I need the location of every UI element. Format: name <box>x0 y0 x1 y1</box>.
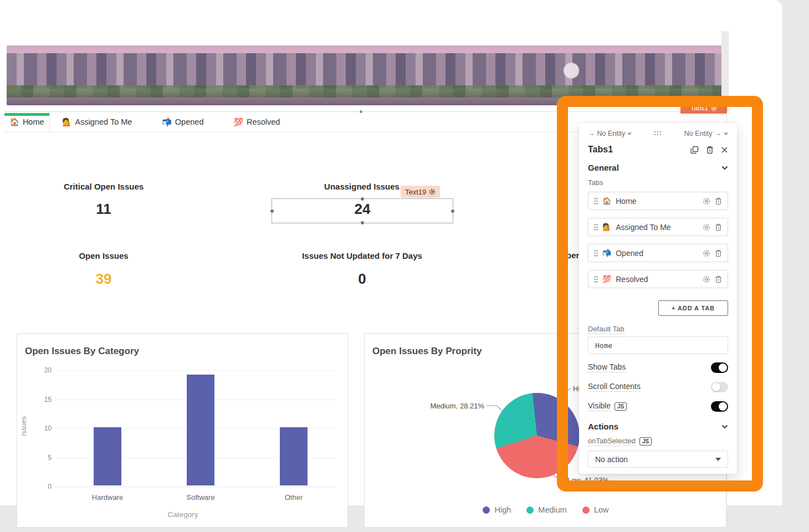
copy-icon[interactable] <box>690 146 699 154</box>
entity-explorer-icon[interactable] <box>654 131 662 136</box>
widget-name: Tabs1 <box>690 104 708 112</box>
selected-widget-name-badge[interactable]: Text19 <box>401 186 440 198</box>
pane-tab-row-resolved[interactable]: 💯 Resolved <box>588 270 728 288</box>
tab-label: Opened <box>175 117 204 126</box>
legend-item-low[interactable]: Low <box>582 505 609 514</box>
tab-assigned-to-me[interactable]: 💁 Assigned To Me <box>50 112 150 132</box>
person-icon: 💁 <box>602 223 611 231</box>
visible-label: Visible <box>588 401 611 411</box>
x-tick: Other <box>263 493 324 502</box>
stat-unassigned-issues-value: 24 <box>272 201 453 218</box>
tab-resolved[interactable]: 💯 Resolved <box>221 112 298 132</box>
property-pane: → No Entity No Entity → Tabs1 General Ta… <box>579 123 737 474</box>
on-tab-selected-label: onTabSelected <box>588 437 636 446</box>
drag-handle-icon[interactable] <box>594 276 598 283</box>
legend-dot <box>526 507 534 514</box>
stat-open-issues-label: Open Issues <box>34 251 173 260</box>
x-tick: Software <box>170 493 231 502</box>
drag-handle-icon[interactable] <box>594 250 598 257</box>
person-icon: 💁 <box>62 117 71 126</box>
show-tabs-toggle[interactable] <box>711 362 728 373</box>
home-icon: 🏠 <box>9 117 19 126</box>
default-tab-input[interactable]: Home <box>588 336 728 354</box>
tabs1-widget-name-badge[interactable]: Tabs1 <box>680 103 727 114</box>
caret-down-icon <box>715 458 721 461</box>
y-tick: 15 <box>33 396 52 403</box>
y-tick: 5 <box>33 454 52 462</box>
mailbox-icon: 📬 <box>162 117 171 126</box>
city-skyline-banner-image <box>7 45 721 105</box>
tab-row-label: Resolved <box>616 275 698 284</box>
x-axis-title: Category <box>17 510 349 519</box>
x-tick: Hardware <box>77 493 138 502</box>
tab-row-label: Home <box>616 197 698 206</box>
delete-icon[interactable] <box>706 146 714 154</box>
gear-icon[interactable] <box>703 249 710 257</box>
y-axis-title: Issues <box>20 387 28 465</box>
hundred-points-icon: 💯 <box>602 275 611 283</box>
y-tick: 10 <box>33 424 52 432</box>
bar-other[interactable] <box>280 427 308 485</box>
on-tab-selected-action-select[interactable]: No action <box>588 451 728 468</box>
section-actions[interactable]: Actions <box>588 422 728 431</box>
pie[interactable] <box>494 393 580 478</box>
selected-widget-name: Text19 <box>405 188 426 196</box>
drag-handle-icon[interactable] <box>594 198 598 204</box>
delete-icon[interactable] <box>715 249 722 257</box>
delete-icon[interactable] <box>715 197 722 205</box>
js-toggle-badge[interactable]: JS <box>639 437 652 446</box>
pane-tab-row-opened[interactable]: 📬 Opened <box>588 244 728 262</box>
chevron-down-icon <box>627 132 632 135</box>
tabs-property-label: Tabs <box>588 178 728 187</box>
delete-icon[interactable] <box>715 275 722 283</box>
drag-handle-icon[interactable] <box>594 224 598 231</box>
resize-handle-bottom[interactable] <box>360 221 365 225</box>
pane-tab-row-assigned-to-me[interactable]: 💁 Assigned To Me <box>588 218 728 236</box>
widget-name-title[interactable]: Tabs1 <box>588 145 690 155</box>
legend-dot <box>483 507 490 514</box>
gear-icon[interactable] <box>711 105 717 111</box>
tab-row-label: Assigned To Me <box>616 223 698 232</box>
prev-entity-button[interactable]: → No Entity <box>588 130 632 137</box>
legend-item-high[interactable]: High <box>483 505 511 514</box>
legend-label: High <box>494 505 511 514</box>
visible-toggle[interactable] <box>711 401 728 412</box>
bar-hardware[interactable] <box>94 427 121 485</box>
tab-opened[interactable]: 📬 Opened <box>150 112 221 132</box>
stat-critical-open-issues-label: Critical Open Issues <box>34 182 173 191</box>
pane-tab-row-home[interactable]: 🏠 Home <box>588 192 728 210</box>
stat-critical-open-issues-value: 11 <box>34 201 173 218</box>
chevron-down-icon <box>724 132 728 135</box>
pie-label-low: Low, 41.03% <box>567 476 608 484</box>
close-icon[interactable] <box>721 146 728 154</box>
section-title: General <box>588 163 721 172</box>
gear-icon[interactable] <box>429 188 436 195</box>
gear-icon[interactable] <box>703 197 710 205</box>
pie-label-medium: Medium, 28.21% <box>381 402 484 410</box>
arrow-right-icon: → <box>715 130 722 137</box>
next-entity-button[interactable]: No Entity → <box>684 130 728 137</box>
tab-home[interactable]: 🏠 Home <box>4 112 50 132</box>
bar-software[interactable] <box>187 375 214 485</box>
y-tick: 20 <box>33 366 52 374</box>
stat-not-updated-value: 0 <box>258 270 466 288</box>
delete-icon[interactable] <box>715 223 722 231</box>
legend-dot <box>582 507 590 514</box>
chevron-down-icon <box>721 166 728 170</box>
js-toggle-badge[interactable]: JS <box>615 402 627 411</box>
section-general[interactable]: General <box>588 163 728 172</box>
entity-navigation: → No Entity No Entity → <box>588 130 728 137</box>
canvas-scrollbar[interactable] <box>721 31 729 112</box>
scroll-contents-toggle[interactable] <box>711 382 728 392</box>
hundred-points-icon: 💯 <box>233 117 243 126</box>
legend-item-medium[interactable]: Medium <box>526 505 567 514</box>
add-a-tab-button[interactable]: + ADD A TAB <box>658 300 728 316</box>
stat-not-updated-label: Issues Not Updated for 7 Days <box>258 251 466 260</box>
bar-chart-card: Open Issues By Category 20 15 10 5 0 Har… <box>17 333 348 528</box>
mailbox-icon: 📬 <box>602 249 611 257</box>
tab-label: Home <box>23 117 44 126</box>
gear-icon[interactable] <box>703 275 710 283</box>
tabs-widget-resize-handle[interactable] <box>359 109 363 114</box>
gear-icon[interactable] <box>703 223 710 231</box>
stat-open-issues-value: 39 <box>34 270 173 288</box>
